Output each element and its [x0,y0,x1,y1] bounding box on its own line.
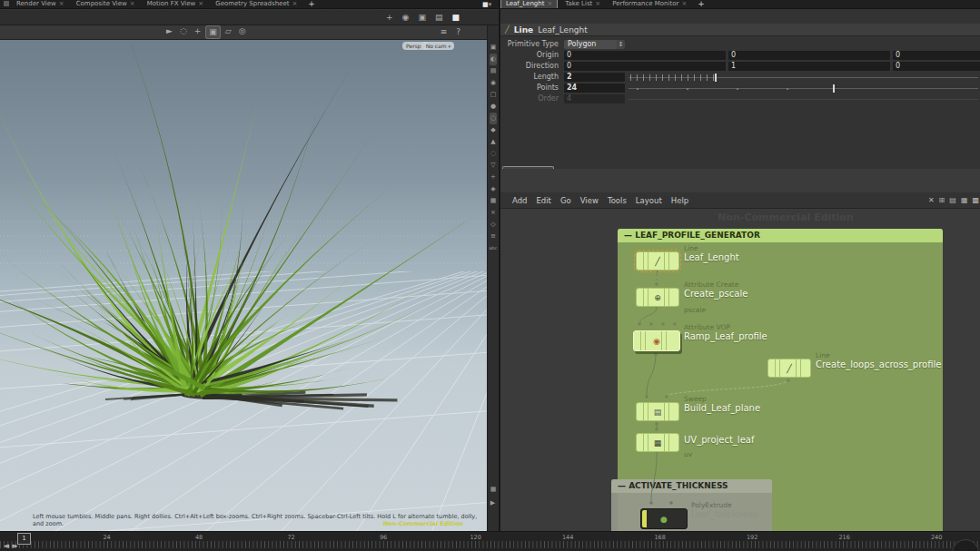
view-snapshot-icon[interactable]: ▣ [490,42,497,54]
menu-item-go[interactable]: Go [560,196,571,205]
node-build-leaf-plane[interactable]: ▤ [636,402,679,421]
node-ramp-leaf-profile[interactable]: ◉ [633,330,680,351]
direction-z-field[interactable]: 0 [893,62,980,71]
origin-x-field[interactable]: 0 [564,51,726,60]
tab-performance-monitor[interactable]: Performance Monitor× [608,0,691,8]
shading-mode-icon[interactable]: ◐ [490,54,497,65]
tab-close-icon[interactable]: × [547,0,552,7]
tab-close-icon[interactable]: × [292,0,297,7]
camera-lock-icon[interactable]: ◉ [490,77,496,89]
tab-composite-view[interactable]: Composite View× [72,0,140,8]
menu-item-layout[interactable]: Layout [636,196,662,205]
grid-snap-icon[interactable]: ▦ [490,484,497,496]
points-field[interactable]: 24 [564,84,625,93]
pin-pane-icon[interactable]: + [383,12,396,24]
list-mode-icon[interactable]: ▤ [949,196,956,204]
tab-leaf-lenght[interactable]: Leaf_Lenght× [500,0,558,8]
layout-nodes-icon[interactable]: ▩ [972,196,979,204]
reflections-icon[interactable]: ▽ [490,160,495,172]
direction-x-field[interactable]: 0 [564,62,726,71]
node-name-field[interactable]: Leaf_Lenght [538,25,588,34]
tab-close-icon[interactable]: × [595,0,600,7]
lasso-select-icon[interactable]: ◌ [177,25,190,39]
points-slider-handle[interactable] [833,84,835,93]
tab-label: Geometry Spreadsheet [215,0,289,7]
node-type-badge: Line [514,25,533,34]
tab-close-icon[interactable]: × [198,0,203,7]
isolate-object-icon[interactable]: ◈ [490,183,495,195]
tree-view-icon[interactable]: ⊞ [939,196,945,204]
node-leaf-lenght[interactable]: ╱ [636,251,679,271]
menu-item-edit[interactable]: Edit [536,196,550,205]
tab-label: Render View [16,0,56,7]
split-pane-vertical-icon[interactable]: ▤ [432,12,446,24]
origin-y-field[interactable]: 0 [728,51,890,60]
lighting-none-icon[interactable]: ○ [490,113,497,124]
current-frame-indicator[interactable]: 1 [17,533,31,545]
select-tool-icon[interactable]: ► [163,25,175,39]
node-uv-project-leaf[interactable]: ▦ [636,433,679,452]
attribute-create-icon: ⊕ [637,293,678,301]
snap-options-icon[interactable]: ◎ [236,25,249,39]
viewport-tool-icons: ►◌+▣▱◎ [163,25,249,39]
ghost-objects-icon[interactable]: ◇ [490,219,495,231]
menu-item-tools[interactable]: Tools [608,196,627,205]
camera-select-button[interactable]: No cam ▾ [422,42,454,50]
translate-handle-icon[interactable]: + [192,25,204,39]
tab-take-list[interactable]: Take List× [560,0,605,8]
add-view-icon[interactable]: + [490,172,496,183]
text-overlay-icon[interactable]: abc [490,242,498,254]
length-field[interactable]: 2 [564,73,625,82]
wireframe-icon[interactable]: ▤ [490,65,497,77]
split-pane-horizontal-icon[interactable]: ▣ [415,12,429,24]
network-graph[interactable]: Non-Commercial Edition — LEAF_PROFILE_GE… [500,208,980,531]
param-row-length: Length 2 [500,72,980,83]
tab-close-icon[interactable]: × [681,0,687,7]
menu-item-view[interactable]: View [580,196,599,205]
display-options-icon[interactable]: ≡ [438,26,450,38]
export-view-icon[interactable]: ▶ [490,497,497,509]
direction-y-field[interactable]: 1 [728,62,890,71]
disable-icon[interactable]: × [490,207,496,219]
tab-render-view[interactable]: Render View× [12,0,69,8]
box-select-icon[interactable]: ▣ [205,25,221,39]
network-tools-icon[interactable]: ✕ [928,196,935,204]
scene-viewport[interactable]: Persp ▾ No cam ▾ Left mouse tumbles. Mid… [0,40,487,531]
line-node-icon: ╱ [637,257,678,265]
play-forward-icon[interactable]: ▮▶ [12,543,18,548]
timeline-ruler[interactable] [0,541,980,548]
new-tab-button[interactable]: + [694,0,708,8]
display-list-icon[interactable]: ≡ [490,231,496,242]
node-create-pscale[interactable]: ⊕ [636,288,679,307]
tab-close-icon[interactable]: × [130,0,135,7]
material-preview-icon[interactable]: ● [490,101,496,113]
menu-item-help[interactable]: Help [671,196,688,205]
help-icon[interactable]: ? [453,26,463,38]
node-create-loops-across-profile[interactable]: ╱ [767,359,811,378]
normal-lighting-icon[interactable]: ◆ [490,124,495,136]
play-reverse-icon[interactable]: ◀▮ [4,543,10,548]
origin-z-field[interactable]: 0 [893,51,980,60]
tab-motion-fx-view[interactable]: Motion FX View× [143,0,209,8]
node-leaf-thickness[interactable]: ● [640,508,688,529]
high-quality-light-icon[interactable]: ▲ [490,136,495,148]
view-frame-icon[interactable]: ▢ [490,89,497,101]
grid-toggle-icon[interactable]: ▦ [490,195,497,207]
node-label: UV_project_leaf [684,436,754,445]
follow-selection-icon[interactable]: ◉ [400,12,412,24]
left-pane-tabbar: Render View×Composite View×Motion FX Vie… [0,0,499,9]
pane-menu-icon[interactable] [4,1,9,6]
tab-geometry-spreadsheet[interactable]: Geometry Spreadsheet× [211,0,302,8]
length-slider-handle[interactable] [715,74,717,82]
primitive-type-updown[interactable]: ↕ [617,40,625,49]
show-handles-icon[interactable]: ▱ [223,25,234,39]
tab-close-icon[interactable]: × [59,0,64,7]
menu-item-add[interactable]: Add [512,196,527,205]
grid-snap-network-icon[interactable]: ▦ [961,196,968,204]
shadows-icon[interactable]: ◌ [490,148,496,160]
chevron-down-icon: ▾ [448,44,450,49]
pane-split-icon[interactable]: ■▾ [482,1,491,8]
new-tab-button[interactable]: + [304,0,319,8]
primitive-type-dropdown[interactable]: Polygon [564,40,619,49]
maximize-pane-icon[interactable]: ■ [449,12,462,24]
